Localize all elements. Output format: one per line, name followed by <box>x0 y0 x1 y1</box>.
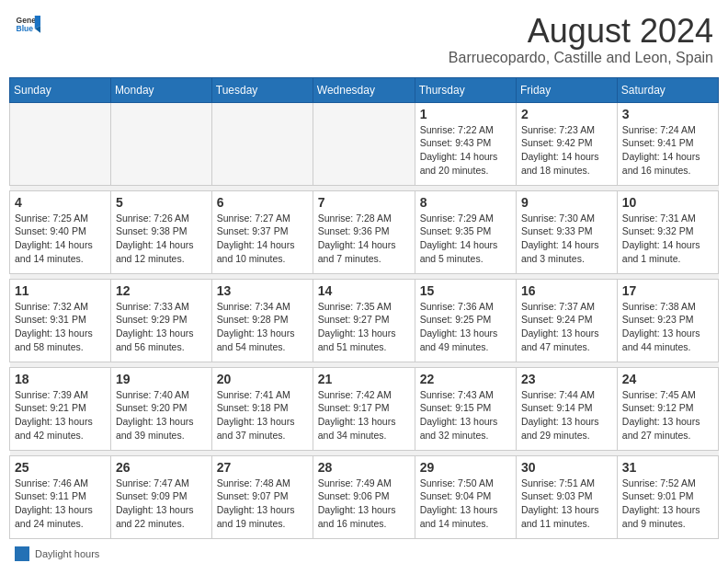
calendar-cell: 19Sunrise: 7:40 AM Sunset: 9:20 PM Dayli… <box>110 367 211 450</box>
calendar-week-row: 25Sunrise: 7:46 AM Sunset: 9:11 PM Dayli… <box>10 455 719 538</box>
day-number: 27 <box>217 460 308 475</box>
calendar-table: SundayMondayTuesdayWednesdayThursdayFrid… <box>9 77 719 539</box>
daylight-label: Daylight hours <box>35 548 99 559</box>
day-number: 1 <box>420 107 511 121</box>
day-number: 30 <box>521 460 612 475</box>
calendar-cell: 15Sunrise: 7:36 AM Sunset: 9:25 PM Dayli… <box>415 279 516 362</box>
day-info: Sunrise: 7:48 AM Sunset: 9:07 PM Dayligh… <box>217 477 308 531</box>
calendar-cell: 17Sunrise: 7:38 AM Sunset: 9:23 PM Dayli… <box>617 279 718 362</box>
calendar-cell: 13Sunrise: 7:34 AM Sunset: 9:28 PM Dayli… <box>211 279 313 362</box>
calendar-day-header: Tuesday <box>211 77 313 102</box>
day-info: Sunrise: 7:25 AM Sunset: 9:40 PM Dayligh… <box>15 212 106 266</box>
day-number: 11 <box>15 283 106 298</box>
calendar-day-header: Wednesday <box>313 77 415 102</box>
day-info: Sunrise: 7:32 AM Sunset: 9:31 PM Dayligh… <box>15 300 106 354</box>
calendar-cell <box>10 102 111 185</box>
footer-area: Daylight hours <box>9 545 719 563</box>
day-info: Sunrise: 7:38 AM Sunset: 9:23 PM Dayligh… <box>622 300 713 354</box>
calendar-cell: 28Sunrise: 7:49 AM Sunset: 9:06 PM Dayli… <box>313 455 415 538</box>
calendar-cell: 20Sunrise: 7:41 AM Sunset: 9:18 PM Dayli… <box>211 367 313 450</box>
generalblue-logo-icon: General Blue <box>15 13 40 39</box>
calendar-cell: 22Sunrise: 7:43 AM Sunset: 9:15 PM Dayli… <box>415 367 516 450</box>
calendar-cell: 31Sunrise: 7:52 AM Sunset: 9:01 PM Dayli… <box>617 455 718 538</box>
calendar-cell: 4Sunrise: 7:25 AM Sunset: 9:40 PM Daylig… <box>10 190 111 273</box>
day-info: Sunrise: 7:26 AM Sunset: 9:38 PM Dayligh… <box>116 212 207 266</box>
day-info: Sunrise: 7:49 AM Sunset: 9:06 PM Dayligh… <box>318 477 410 531</box>
day-info: Sunrise: 7:23 AM Sunset: 9:42 PM Dayligh… <box>521 123 612 178</box>
calendar-cell: 2Sunrise: 7:23 AM Sunset: 9:42 PM Daylig… <box>516 102 617 185</box>
day-info: Sunrise: 7:24 AM Sunset: 9:41 PM Dayligh… <box>622 123 713 178</box>
day-number: 24 <box>622 372 713 386</box>
day-number: 14 <box>318 283 410 298</box>
day-info: Sunrise: 7:52 AM Sunset: 9:01 PM Dayligh… <box>622 477 713 531</box>
day-info: Sunrise: 7:41 AM Sunset: 9:18 PM Dayligh… <box>217 388 308 442</box>
day-info: Sunrise: 7:30 AM Sunset: 9:33 PM Dayligh… <box>521 212 612 266</box>
day-number: 28 <box>318 460 410 475</box>
day-info: Sunrise: 7:46 AM Sunset: 9:11 PM Dayligh… <box>15 477 106 531</box>
calendar-cell: 26Sunrise: 7:47 AM Sunset: 9:09 PM Dayli… <box>110 455 211 538</box>
title-area: August 2024 Barruecopardo, Castille and … <box>449 13 713 66</box>
day-info: Sunrise: 7:22 AM Sunset: 9:43 PM Dayligh… <box>420 123 511 178</box>
calendar-cell: 1Sunrise: 7:22 AM Sunset: 9:43 PM Daylig… <box>415 102 516 185</box>
day-number: 22 <box>420 372 511 386</box>
calendar-week-row: 18Sunrise: 7:39 AM Sunset: 9:21 PM Dayli… <box>10 367 719 450</box>
calendar-header-row: SundayMondayTuesdayWednesdayThursdayFrid… <box>10 77 719 102</box>
day-info: Sunrise: 7:35 AM Sunset: 9:27 PM Dayligh… <box>318 300 410 354</box>
day-number: 16 <box>521 283 612 298</box>
day-number: 29 <box>420 460 511 475</box>
day-number: 8 <box>420 195 511 210</box>
calendar-cell: 6Sunrise: 7:27 AM Sunset: 9:37 PM Daylig… <box>211 190 313 273</box>
day-info: Sunrise: 7:39 AM Sunset: 9:21 PM Dayligh… <box>15 388 106 442</box>
calendar-cell: 29Sunrise: 7:50 AM Sunset: 9:04 PM Dayli… <box>415 455 516 538</box>
day-number: 5 <box>116 195 207 210</box>
day-number: 26 <box>116 460 207 475</box>
day-info: Sunrise: 7:40 AM Sunset: 9:20 PM Dayligh… <box>116 388 207 442</box>
day-number: 23 <box>521 372 612 386</box>
day-number: 4 <box>15 195 106 210</box>
calendar-day-header: Monday <box>110 77 211 102</box>
calendar-week-row: 4Sunrise: 7:25 AM Sunset: 9:40 PM Daylig… <box>10 190 719 273</box>
day-info: Sunrise: 7:29 AM Sunset: 9:35 PM Dayligh… <box>420 212 511 266</box>
calendar-cell: 30Sunrise: 7:51 AM Sunset: 9:03 PM Dayli… <box>516 455 617 538</box>
calendar-cell <box>211 102 313 185</box>
day-number: 15 <box>420 283 511 298</box>
calendar-cell: 18Sunrise: 7:39 AM Sunset: 9:21 PM Dayli… <box>10 367 111 450</box>
day-info: Sunrise: 7:50 AM Sunset: 9:04 PM Dayligh… <box>420 477 511 531</box>
day-number: 21 <box>318 372 410 386</box>
day-info: Sunrise: 7:31 AM Sunset: 9:32 PM Dayligh… <box>622 212 713 266</box>
day-number: 10 <box>622 195 713 210</box>
day-number: 3 <box>622 107 713 121</box>
day-info: Sunrise: 7:42 AM Sunset: 9:17 PM Dayligh… <box>318 388 410 442</box>
calendar-cell: 11Sunrise: 7:32 AM Sunset: 9:31 PM Dayli… <box>10 279 111 362</box>
calendar-cell: 10Sunrise: 7:31 AM Sunset: 9:32 PM Dayli… <box>617 190 718 273</box>
header: General Blue August 2024 Barruecopardo, … <box>9 9 719 70</box>
day-number: 17 <box>622 283 713 298</box>
calendar-cell: 3Sunrise: 7:24 AM Sunset: 9:41 PM Daylig… <box>617 102 718 185</box>
calendar-cell: 24Sunrise: 7:45 AM Sunset: 9:12 PM Dayli… <box>617 367 718 450</box>
day-number: 6 <box>217 195 308 210</box>
calendar-day-header: Thursday <box>415 77 516 102</box>
calendar-body: 1Sunrise: 7:22 AM Sunset: 9:43 PM Daylig… <box>10 102 719 538</box>
day-info: Sunrise: 7:37 AM Sunset: 9:24 PM Dayligh… <box>521 300 612 354</box>
day-info: Sunrise: 7:43 AM Sunset: 9:15 PM Dayligh… <box>420 388 511 442</box>
main-title: August 2024 <box>449 13 713 50</box>
day-info: Sunrise: 7:51 AM Sunset: 9:03 PM Dayligh… <box>521 477 612 531</box>
calendar-cell: 7Sunrise: 7:28 AM Sunset: 9:36 PM Daylig… <box>313 190 415 273</box>
day-info: Sunrise: 7:47 AM Sunset: 9:09 PM Dayligh… <box>116 477 207 531</box>
day-number: 7 <box>318 195 410 210</box>
calendar-cell: 9Sunrise: 7:30 AM Sunset: 9:33 PM Daylig… <box>516 190 617 273</box>
calendar-cell: 8Sunrise: 7:29 AM Sunset: 9:35 PM Daylig… <box>415 190 516 273</box>
day-number: 12 <box>116 283 207 298</box>
day-info: Sunrise: 7:27 AM Sunset: 9:37 PM Dayligh… <box>217 212 308 266</box>
day-number: 2 <box>521 107 612 121</box>
calendar-day-header: Saturday <box>617 77 718 102</box>
calendar-cell: 14Sunrise: 7:35 AM Sunset: 9:27 PM Dayli… <box>313 279 415 362</box>
calendar-week-row: 11Sunrise: 7:32 AM Sunset: 9:31 PM Dayli… <box>10 279 719 362</box>
day-info: Sunrise: 7:44 AM Sunset: 9:14 PM Dayligh… <box>521 388 612 442</box>
day-number: 20 <box>217 372 308 386</box>
calendar-week-row: 1Sunrise: 7:22 AM Sunset: 9:43 PM Daylig… <box>10 102 719 185</box>
calendar-cell <box>110 102 211 185</box>
day-info: Sunrise: 7:45 AM Sunset: 9:12 PM Dayligh… <box>622 388 713 442</box>
calendar-cell: 5Sunrise: 7:26 AM Sunset: 9:38 PM Daylig… <box>110 190 211 273</box>
calendar-cell: 16Sunrise: 7:37 AM Sunset: 9:24 PM Dayli… <box>516 279 617 362</box>
